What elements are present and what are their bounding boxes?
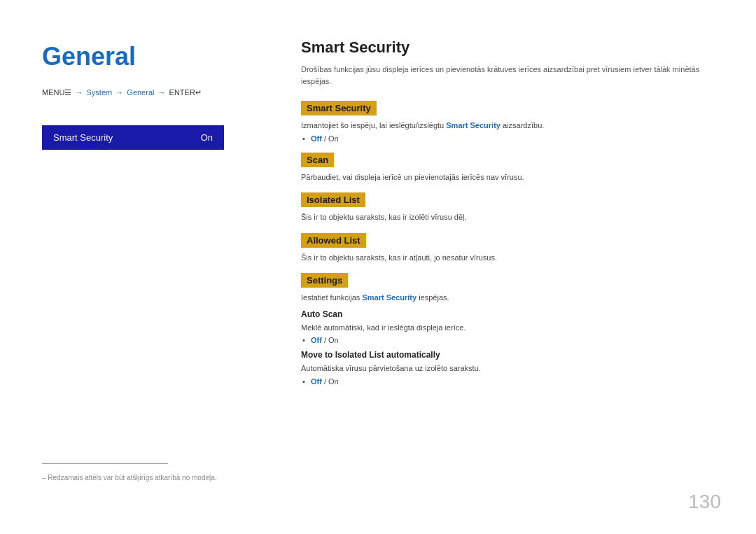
arrow-1: → xyxy=(75,88,85,97)
off-on-text: Off / On xyxy=(311,336,339,344)
menu-item-label: Smart Security xyxy=(53,132,113,143)
highlight-settings: Settings xyxy=(301,273,348,288)
smart-security-bold: Smart Security xyxy=(446,121,500,129)
off-text: Off xyxy=(311,134,322,143)
move-isolated-body: Automātiska vīrusu pārvietošana uz izolē… xyxy=(301,363,721,374)
section-main-title: Smart Security xyxy=(301,38,721,57)
off-text: Off xyxy=(311,377,322,386)
smart-security-body: Izmantojiet šo iespēju, lai ieslēgtu/izs… xyxy=(301,120,721,132)
move-isolated-title: Move to Isolated List automatically xyxy=(301,350,721,360)
on-text: / On xyxy=(322,336,339,344)
auto-scan-section: Auto Scan Meklē automātiski, kad ir iesl… xyxy=(301,309,721,345)
off-on-text: Off / On xyxy=(311,134,339,143)
isolated-list-body: Šis ir to objektu saraksts, kas ir izolē… xyxy=(301,211,721,223)
menu-system: System xyxy=(87,88,113,97)
smart-security-bullets: Off / On xyxy=(301,134,721,143)
highlight-allowed-list: Allowed List xyxy=(301,233,366,248)
menu-symbol: ☰ xyxy=(64,88,71,97)
allowed-list-body: Šis ir to objektu saraksts, kas ir atļau… xyxy=(301,252,721,264)
off-on-text: Off / On xyxy=(311,377,339,386)
settings-bold: Smart Security xyxy=(362,293,416,302)
enter-symbol: ↵ xyxy=(195,88,202,97)
right-column: Smart Security Drošības funkcijas jūsu d… xyxy=(266,0,756,534)
subsection-smart-security: Smart Security Izmantojiet šo iespēju, l… xyxy=(301,101,721,143)
subsection-isolated-list: Isolated List Šis ir to objektu saraksts… xyxy=(301,192,721,223)
menu-path: MENU☰ → System → General → ENTER↵ xyxy=(42,88,238,97)
auto-scan-body: Meklē automātiski, kad ir ieslēgta displ… xyxy=(301,322,721,334)
page-number: 130 xyxy=(688,491,721,513)
left-column: General MENU☰ → System → General → ENTER… xyxy=(0,0,266,534)
subsection-scan: Scan Pārbaudiet, vai displeja ierīcē un … xyxy=(301,153,721,183)
bullet-item: Off / On xyxy=(311,377,721,386)
subsection-allowed-list: Allowed List Šis ir to objektu saraksts,… xyxy=(301,233,721,264)
move-isolated-section: Move to Isolated List automatically Auto… xyxy=(301,350,721,386)
intro-text: Drošības funkcijas jūsu displeja ierīces… xyxy=(301,64,721,87)
page-container: General MENU☰ → System → General → ENTER… xyxy=(0,0,756,534)
highlight-isolated-list: Isolated List xyxy=(301,192,365,207)
arrow-2: → xyxy=(115,88,125,97)
highlight-scan: Scan xyxy=(301,153,334,167)
menu-item-box[interactable]: Smart Security On xyxy=(42,125,224,150)
highlight-smart-security: Smart Security xyxy=(301,101,377,115)
off-text: Off xyxy=(311,336,322,344)
move-isolated-bullets: Off / On xyxy=(301,377,721,386)
auto-scan-title: Auto Scan xyxy=(301,309,721,319)
menu-enter: ENTER xyxy=(169,88,195,97)
on-text: / On xyxy=(322,134,339,143)
on-text: / On xyxy=(322,377,339,386)
subsection-settings: Settings Iestatiet funkcijas Smart Secur… xyxy=(301,273,721,386)
settings-body: Iestatiet funkcijas Smart Security iespē… xyxy=(301,292,721,304)
auto-scan-bullets: Off / On xyxy=(301,336,721,344)
scan-body: Pārbaudiet, vai displeja ierīcē un pievi… xyxy=(301,171,721,183)
general-title: General xyxy=(42,42,238,71)
menu-prefix: MENU xyxy=(42,88,64,97)
bullet-item: Off / On xyxy=(311,134,721,143)
arrow-3: → xyxy=(158,88,168,97)
menu-general: General xyxy=(127,88,154,97)
menu-item-value: On xyxy=(201,132,213,143)
bullet-item: Off / On xyxy=(311,336,721,344)
footnote-text: – Redzamais attēls var būt atšķirīgs atk… xyxy=(42,474,217,482)
footnote-divider xyxy=(42,463,168,464)
